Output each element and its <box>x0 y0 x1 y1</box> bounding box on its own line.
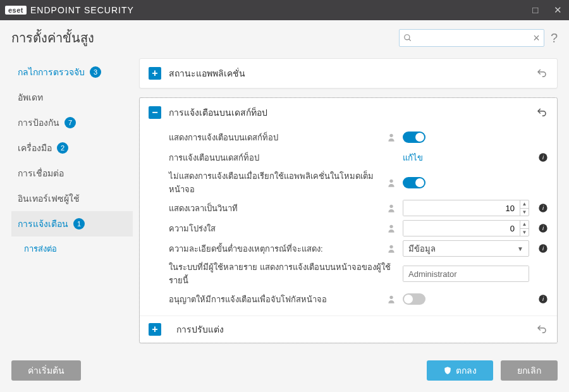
panel-head[interactable]: − การแจ้งเตือนบนเดสก์ท็อป <box>140 98 557 127</box>
toggle-focus[interactable] <box>403 293 425 305</box>
row-opacity: ความโปร่งใส ▲ ▼ i <box>149 218 548 238</box>
sidebar-badge: 2 <box>57 142 68 154</box>
sidebar-item-label: การส่งต่อ <box>24 242 57 255</box>
lock-icon <box>388 178 398 188</box>
svg-point-0 <box>405 35 410 40</box>
sidebar-item-label: การป้องกัน <box>18 116 59 130</box>
spin-buttons[interactable]: ▲ ▼ <box>520 200 529 216</box>
undo-icon[interactable] <box>535 107 548 118</box>
sidebar-badge: 1 <box>73 218 85 230</box>
row-multiuser: ในระบบที่มีผู้ใช้หลายราย แสดงการแจ้งเตือ… <box>149 259 548 289</box>
sidebar-item-label: การเชื่อมต่อ <box>18 166 64 180</box>
multiuser-input[interactable] <box>403 266 529 282</box>
toggle-fullscreen-hide[interactable] <box>403 177 425 188</box>
row-label: แสดงเวลาเป็นวินาที <box>149 202 388 215</box>
expand-icon[interactable]: + <box>149 323 161 336</box>
select-value: มีข้อมูล <box>408 242 436 255</box>
spin-up-icon[interactable]: ▲ <box>520 221 529 229</box>
default-button[interactable]: ค่าเริ่มต้น <box>11 360 81 381</box>
opacity-field[interactable] <box>403 221 520 236</box>
sidebar-item-forwarding[interactable]: การส่งต่อ <box>11 236 133 261</box>
header: การตั้งค่าขั้นสูง × ? <box>0 20 569 52</box>
row-label: ความโปร่งใส <box>149 222 388 235</box>
lock-icon <box>388 294 398 304</box>
row-label: การแจ้งเตือนบนเดสก์ท็อป <box>149 151 403 164</box>
close-icon[interactable]: ✕ <box>553 4 564 16</box>
sidebar-badge: 3 <box>90 66 101 78</box>
spin-up-icon[interactable]: ▲ <box>520 200 529 209</box>
sidebar-item-label: อัพเดท <box>18 90 43 104</box>
ok-label: ตกลง <box>456 364 477 377</box>
row-fullscreen-hide: ไม่แสดงการแจ้งเตือนเมื่อเรียกใช้แอพพลิเค… <box>149 168 548 198</box>
row-label: ไม่แสดงการแจ้งเตือนเมื่อเรียกใช้แอพพลิเค… <box>149 169 388 196</box>
panel-head[interactable]: + สถานะแอพพลิเคชั่น <box>140 59 557 88</box>
svg-point-9 <box>389 225 393 228</box>
cancel-button[interactable]: ยกเลิก <box>501 360 558 381</box>
svg-point-12 <box>389 245 393 248</box>
info-icon[interactable]: i <box>538 203 548 213</box>
lock-icon <box>388 132 398 142</box>
lock-icon <box>388 203 398 213</box>
help-icon[interactable]: ? <box>551 31 558 46</box>
svg-point-15 <box>389 296 393 299</box>
undo-icon[interactable] <box>535 324 548 335</box>
svg-point-2 <box>389 134 393 137</box>
row-label: ในระบบที่มีผู้ใช้หลายราย แสดงการแจ้งเตือ… <box>149 260 403 287</box>
panel-desktop-notifications: − การแจ้งเตือนบนเดสก์ท็อป แสดงการแจ้งเตื… <box>139 97 558 343</box>
search-box[interactable]: × <box>399 29 544 47</box>
sidebar-item-tools[interactable]: เครื่องมือ 2 <box>11 135 133 161</box>
window-controls: □ ✕ <box>530 4 564 16</box>
brand-name: ENDPOINT SECURITY <box>30 5 134 15</box>
footer: ค่าเริ่มต้น ตกลง ยกเลิก <box>0 352 569 392</box>
sidebar-badge: 7 <box>64 117 76 128</box>
duration-input[interactable]: ▲ ▼ <box>403 200 529 216</box>
info-icon[interactable]: i <box>538 223 548 233</box>
sidebar: กลไกการตรวจจับ 3 อัพเดท การป้องกัน 7 เคร… <box>0 52 133 352</box>
search-input[interactable] <box>416 34 529 43</box>
chevron-down-icon: ▼ <box>517 245 523 252</box>
panel-app-status: + สถานะแอพพลิเคชั่น <box>139 58 558 89</box>
sidebar-item-label: เครื่องมือ <box>18 141 52 155</box>
spin-buttons[interactable]: ▲ ▼ <box>520 221 529 236</box>
search-icon <box>403 34 412 42</box>
brand-tag: eset <box>5 6 27 15</box>
edit-link[interactable]: แก้ไข <box>403 151 423 164</box>
expand-icon[interactable]: + <box>149 67 161 80</box>
brand: eset ENDPOINT SECURITY <box>5 5 134 15</box>
ok-button[interactable]: ตกลง <box>427 360 493 381</box>
info-icon[interactable]: i <box>538 294 548 304</box>
panel-title: การแจ้งเตือนบนเดสก์ท็อป <box>169 106 267 119</box>
svg-line-1 <box>409 39 411 41</box>
sidebar-item-update[interactable]: อัพเดท <box>11 85 133 110</box>
multiuser-field[interactable] <box>403 266 529 281</box>
sub-panel-customize[interactable]: + การปรับแต่ง <box>140 315 557 343</box>
svg-point-6 <box>389 205 393 208</box>
sidebar-item-protection[interactable]: การป้องกัน 7 <box>11 110 133 135</box>
opacity-input[interactable]: ▲ ▼ <box>403 220 529 236</box>
undo-icon[interactable] <box>535 68 548 79</box>
lock-icon <box>388 223 398 233</box>
row-label: อนุญาตให้มีการแจ้งเตือนเพื่อจับโฟกัสหน้า… <box>149 293 388 306</box>
row-label: ความละเอียดขั้นต่ำของเหตุการณ์ที่จะแสดง: <box>149 242 388 255</box>
shield-icon <box>443 366 452 375</box>
toggle-show-desktop-notif[interactable] <box>403 132 425 143</box>
page-title: การตั้งค่าขั้นสูง <box>11 28 94 48</box>
verbosity-select[interactable]: มีข้อมูล ▼ <box>403 240 529 257</box>
lock-icon <box>388 243 398 254</box>
titlebar: eset ENDPOINT SECURITY □ ✕ <box>0 0 569 20</box>
row-desktop-notif-edit: การแจ้งเตือนบนเดสก์ท็อป แก้ไข i <box>149 147 548 168</box>
spin-down-icon[interactable]: ▼ <box>520 229 529 236</box>
sidebar-item-connection[interactable]: การเชื่อมต่อ <box>11 161 133 186</box>
sidebar-item-ui[interactable]: อินเทอร์เฟซผู้ใช้ <box>11 186 133 211</box>
sidebar-item-detection-engine[interactable]: กลไกการตรวจจับ 3 <box>11 59 133 85</box>
info-icon[interactable]: i <box>538 243 548 254</box>
maximize-icon[interactable]: □ <box>530 4 541 16</box>
info-icon[interactable]: i <box>538 152 548 162</box>
collapse-icon[interactable]: − <box>149 106 161 119</box>
spin-down-icon[interactable]: ▼ <box>520 209 529 216</box>
sidebar-item-notifications[interactable]: การแจ้งเตือน 1 <box>11 211 133 236</box>
row-duration: แสดงเวลาเป็นวินาที ▲ ▼ i <box>149 198 548 218</box>
duration-field[interactable] <box>403 200 520 216</box>
sub-panel-title: การปรับแต่ง <box>176 322 224 336</box>
clear-search-icon[interactable]: × <box>533 32 540 44</box>
